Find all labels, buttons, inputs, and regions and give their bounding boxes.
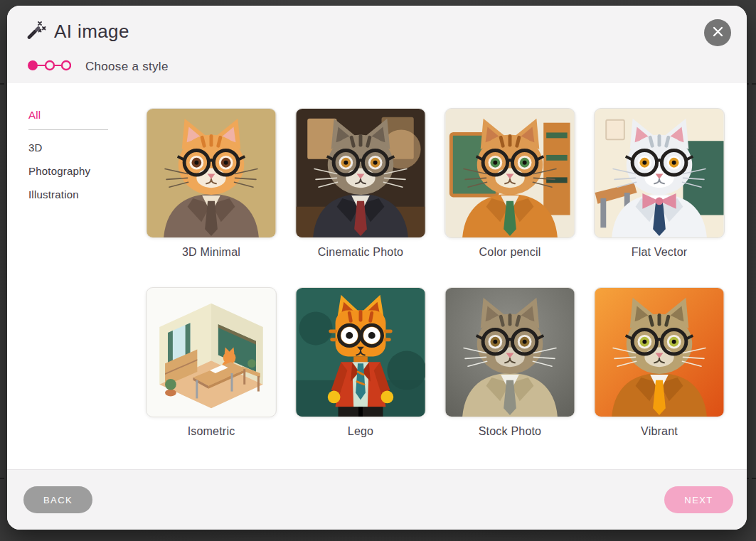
style-image-cinematic-photo xyxy=(295,108,426,238)
style-label: Color pencil xyxy=(444,246,575,259)
style-label: Lego xyxy=(295,425,426,438)
step-progress-indicator xyxy=(27,60,71,74)
style-image-vibrant xyxy=(594,287,725,417)
style-card-isometric[interactable]: Isometric xyxy=(146,287,277,438)
style-label: Flat Vector xyxy=(594,246,725,259)
style-label: Cinematic Photo xyxy=(295,246,426,259)
style-card-cinematic-photo[interactable]: Cinematic Photo xyxy=(295,108,426,259)
style-card-stock-photo[interactable]: Stock Photo xyxy=(444,287,575,438)
style-label: Stock Photo xyxy=(444,425,575,438)
style-image-flat-vector xyxy=(594,108,725,238)
ai-image-modal: AI image Choose a style xyxy=(7,6,747,530)
style-image-lego xyxy=(295,287,426,417)
style-card-3d-minimal[interactable]: 3D Minimal xyxy=(146,108,277,259)
back-button[interactable]: BACK xyxy=(23,486,92,513)
modal-header: AI image Choose a style xyxy=(7,6,747,83)
modal-footer: BACK NEXT xyxy=(7,469,747,530)
modal-body: All 3D Photography Illustration 3D Minim… xyxy=(7,83,747,469)
step-title: Choose a style xyxy=(85,60,169,74)
sidebar-divider xyxy=(28,129,108,130)
style-image-isometric xyxy=(146,287,277,417)
next-button[interactable]: NEXT xyxy=(664,486,733,513)
style-card-vibrant[interactable]: Vibrant xyxy=(594,287,725,438)
modal-title: AI image xyxy=(54,21,129,43)
style-grid: 3D Minimal Cinematic Photo xyxy=(146,83,747,469)
sidebar-item-3d[interactable]: 3D xyxy=(28,141,146,154)
magic-wand-icon xyxy=(27,20,47,43)
style-label: Isometric xyxy=(146,425,277,438)
sidebar-item-illustration[interactable]: Illustration xyxy=(28,188,146,200)
close-button[interactable] xyxy=(704,19,731,46)
sidebar-item-all[interactable]: All xyxy=(28,109,146,121)
style-card-color-pencil[interactable]: Color pencil xyxy=(444,108,575,259)
sidebar-item-photography[interactable]: Photography xyxy=(28,165,146,177)
style-label: Vibrant xyxy=(594,425,725,438)
style-image-stock-photo xyxy=(444,287,575,417)
style-category-sidebar: All 3D Photography Illustration xyxy=(7,83,146,469)
style-image-3d-minimal xyxy=(146,108,277,238)
style-image-color-pencil xyxy=(444,108,575,238)
close-icon xyxy=(712,26,724,40)
style-label: 3D Minimal xyxy=(146,246,277,259)
style-card-flat-vector[interactable]: Flat Vector xyxy=(594,108,725,259)
style-card-lego[interactable]: Lego xyxy=(295,287,426,438)
